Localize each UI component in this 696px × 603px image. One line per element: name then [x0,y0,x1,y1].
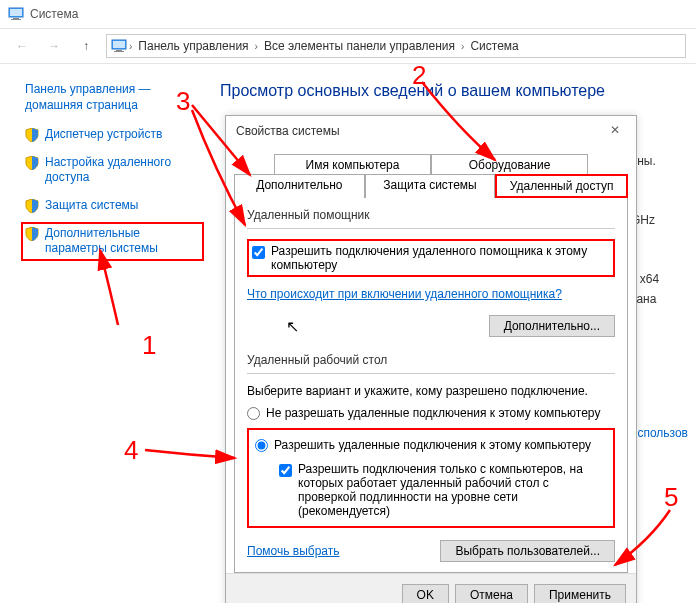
control-panel-home-link[interactable]: Панель управления — домашняя страница [25,82,200,113]
group-remote-assistance: Удаленный помощник [247,208,615,222]
shield-icon [25,227,39,241]
annotation-4: 4 [124,435,138,466]
window-titlebar: Система [0,0,696,28]
instruction-text: Выберите вариант и укажите, кому разреше… [247,384,615,398]
svg-rect-3 [11,19,21,20]
shield-icon [25,156,39,170]
checkbox-nla[interactable]: Разрешить подключения только с компьютер… [277,460,607,520]
sidebar-item-label: Настройка удаленного доступа [45,155,200,186]
sidebar-item-remote-settings[interactable]: Настройка удаленного доступа [25,155,200,186]
tab-computer-name[interactable]: Имя компьютера [274,154,431,175]
svg-rect-6 [116,50,122,51]
ok-button[interactable]: OK [402,584,449,603]
system-properties-dialog: Свойства системы ✕ Имя компьютера Оборуд… [225,115,637,603]
tab-panel-remote: Удаленный помощник Разрешить подключения… [234,197,628,573]
checkbox-allow-remote-assistance[interactable]: Разрешить подключения удаленного помощни… [247,239,615,277]
sidebar-item-label: Диспетчер устройств [45,127,162,143]
breadcrumb[interactable]: › Панель управления › Все элементы панел… [106,34,686,58]
window-title: Система [30,7,78,21]
annotation-1: 1 [142,330,156,361]
radio-dont-allow[interactable]: Не разрешать удаленные подключения к это… [247,406,615,420]
sidebar-item-label: Дополнительные параметры системы [45,226,200,257]
svg-rect-2 [13,18,19,19]
radio-input[interactable] [247,407,260,420]
annotation-2: 2 [412,60,426,91]
svg-rect-5 [113,41,125,48]
sidebar-item-advanced-settings[interactable]: Дополнительные параметры системы [21,222,204,261]
breadcrumb-item[interactable]: Панель управления [134,39,252,53]
checkbox-label: Разрешить подключения только с компьютер… [298,462,605,518]
radio-label: Разрешить удаленные подключения к этому … [274,438,591,452]
checkbox-label: Разрешить подключения удаленного помощни… [271,244,610,272]
checkbox-input[interactable] [279,464,292,477]
page-title: Просмотр основных сведений о вашем компь… [220,82,686,100]
breadcrumb-item[interactable]: Все элементы панели управления [260,39,459,53]
link-what-happens[interactable]: Что происходит при включении удаленного … [247,287,562,301]
svg-rect-7 [114,51,124,52]
computer-icon [111,38,127,54]
nav-bar: ← → ↑ › Панель управления › Все элементы… [0,28,696,64]
shield-icon [25,128,39,142]
dialog-button-bar: OK Отмена Применить [226,573,636,603]
sidebar-item-device-manager[interactable]: Диспетчер устройств [25,127,200,143]
tab-system-protection[interactable]: Защита системы [365,174,496,198]
breadcrumb-item[interactable]: Система [466,39,522,53]
radio-allow[interactable]: Разрешить удаленные подключения к этому … [255,438,607,452]
tab-remote[interactable]: Удаленный доступ [495,174,628,198]
tab-hardware[interactable]: Оборудование [431,154,588,175]
svg-rect-1 [10,9,22,16]
advanced-button[interactable]: Дополнительно... [489,315,615,337]
up-button[interactable]: ↑ [74,34,98,58]
annotation-5: 5 [664,482,678,513]
shield-icon [25,199,39,213]
dialog-title: Свойства системы [236,124,340,138]
apply-button[interactable]: Применить [534,584,626,603]
dialog-titlebar: Свойства системы ✕ [226,116,636,146]
radio-label: Не разрешать удаленные подключения к это… [266,406,600,420]
radio-input[interactable] [255,439,268,452]
link-help-choose[interactable]: Помочь выбрать [247,544,340,558]
back-button[interactable]: ← [10,34,34,58]
computer-icon [8,6,24,22]
annotation-3: 3 [176,86,190,117]
forward-button[interactable]: → [42,34,66,58]
checkbox-input[interactable] [252,246,265,259]
sidebar-item-system-protection[interactable]: Защита системы [25,198,200,214]
group-remote-desktop: Удаленный рабочий стол [247,353,615,367]
select-users-button[interactable]: Выбрать пользователей... [440,540,615,562]
cancel-button[interactable]: Отмена [455,584,528,603]
tab-advanced[interactable]: Дополнительно [234,174,365,198]
close-icon[interactable]: ✕ [610,123,626,139]
sidebar-item-label: Защита системы [45,198,138,214]
cursor-icon: ↖ [286,317,299,336]
